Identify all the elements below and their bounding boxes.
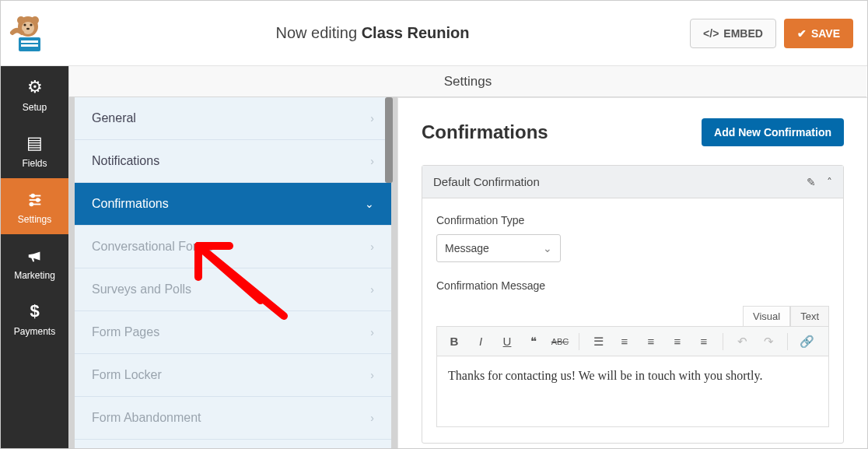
editor-toolbar: B I U ❝ ABC ☰ ≡ ≡ ≡ ≡ ↶ bbox=[437, 327, 828, 356]
settings-item-label: Surveys and Polls bbox=[92, 282, 191, 296]
nav-setup[interactable]: ⚙ Setup bbox=[1, 66, 68, 122]
settings-item-label: General bbox=[92, 111, 136, 125]
settings-item-form-abandonment[interactable]: Form Abandonment › bbox=[75, 397, 391, 440]
embed-label: EMBED bbox=[723, 27, 763, 40]
editing-prefix: Now editing bbox=[276, 24, 358, 41]
logo bbox=[1, 12, 55, 54]
separator bbox=[787, 333, 788, 350]
scrollbar-thumb[interactable] bbox=[385, 97, 393, 183]
nav-label: Settings bbox=[18, 214, 51, 225]
underline-icon[interactable]: U bbox=[498, 335, 516, 348]
nav-label: Payments bbox=[14, 326, 55, 337]
settings-item-label: Form Abandonment bbox=[92, 411, 201, 425]
page-heading: Confirmations bbox=[422, 121, 548, 143]
svg-point-2 bbox=[31, 16, 39, 24]
bullhorn-icon bbox=[1, 245, 68, 265]
chevron-down-icon: ⌄ bbox=[543, 242, 552, 254]
svg-rect-8 bbox=[21, 40, 38, 43]
nav-fields[interactable]: ▤ Fields bbox=[1, 122, 68, 178]
add-confirmation-button[interactable]: Add New Confirmation bbox=[702, 118, 844, 146]
rich-text-editor: B I U ❝ ABC ☰ ≡ ≡ ≡ ≡ ↶ bbox=[436, 326, 829, 427]
editing-title: Now editing Class Reunion bbox=[55, 24, 690, 42]
settings-title: Settings bbox=[68, 66, 866, 97]
bold-icon[interactable]: B bbox=[445, 335, 464, 348]
align-left-icon[interactable]: ≡ bbox=[642, 335, 660, 348]
dollar-icon: $ bbox=[1, 301, 68, 321]
settings-item-label: Form Locker bbox=[92, 368, 162, 382]
settings-list: General › Notifications › Confirmations … bbox=[68, 97, 397, 448]
link-icon[interactable]: 🔗 bbox=[797, 335, 816, 349]
form-name: Class Reunion bbox=[362, 24, 470, 41]
settings-item-confirmations[interactable]: Confirmations ⌄ bbox=[75, 183, 391, 226]
content-area: Confirmations Add New Confirmation Defau… bbox=[397, 97, 867, 448]
settings-item-label: Conversational Forms bbox=[92, 240, 214, 254]
top-header: Now editing Class Reunion </> EMBED ✔ SA… bbox=[1, 1, 867, 66]
settings-item-conversational-forms[interactable]: Conversational Forms › bbox=[75, 226, 391, 268]
list-icon: ▤ bbox=[1, 133, 68, 153]
settings-item-general[interactable]: General › bbox=[75, 97, 391, 140]
italic-icon[interactable]: I bbox=[471, 335, 490, 348]
save-label: SAVE bbox=[811, 27, 840, 40]
chevron-right-icon: › bbox=[370, 112, 374, 125]
check-icon: ✔ bbox=[797, 27, 807, 40]
side-nav: ⚙ Setup ▤ Fields Settings Marketing bbox=[1, 66, 68, 448]
separator bbox=[723, 333, 723, 350]
nav-settings[interactable]: Settings bbox=[1, 178, 68, 234]
svg-point-15 bbox=[30, 203, 33, 206]
panel-header[interactable]: Default Confirmation ✎ ˄ bbox=[422, 166, 843, 198]
chevron-right-icon: › bbox=[370, 326, 374, 339]
undo-icon[interactable]: ↶ bbox=[733, 335, 751, 349]
confirmation-message-label: Confirmation Message bbox=[436, 279, 829, 292]
confirmation-type-label: Confirmation Type bbox=[436, 214, 829, 226]
bullet-list-icon[interactable]: ☰ bbox=[589, 335, 607, 349]
nav-payments[interactable]: $ Payments bbox=[1, 290, 68, 346]
chevron-right-icon: › bbox=[370, 155, 374, 167]
svg-point-5 bbox=[30, 23, 32, 26]
nav-label: Fields bbox=[22, 158, 47, 169]
settings-item-form-pages[interactable]: Form Pages › bbox=[75, 311, 391, 354]
quote-icon[interactable]: ❝ bbox=[524, 335, 543, 349]
save-button[interactable]: ✔ SAVE bbox=[784, 19, 853, 48]
editor-tabs: Visual Text bbox=[436, 306, 829, 326]
editor-body[interactable]: Thanks for contacting us! We will be in … bbox=[437, 356, 828, 426]
confirmation-type-select[interactable]: Message ⌄ bbox=[436, 234, 561, 262]
chevron-right-icon: › bbox=[370, 412, 374, 424]
code-icon: </> bbox=[703, 27, 719, 40]
chevron-right-icon: › bbox=[370, 283, 374, 296]
panel-title: Default Confirmation bbox=[433, 175, 540, 188]
gear-icon: ⚙ bbox=[1, 77, 68, 97]
align-center-icon[interactable]: ≡ bbox=[668, 335, 687, 348]
settings-item-label: Confirmations bbox=[92, 197, 169, 211]
settings-item-label: Form Pages bbox=[92, 325, 159, 339]
settings-pane: Settings General › Notifications › Confi… bbox=[68, 66, 397, 448]
confirmation-panel: Default Confirmation ✎ ˄ Confirmation Ty… bbox=[422, 165, 844, 444]
settings-item-notifications[interactable]: Notifications › bbox=[75, 140, 391, 183]
settings-item-form-locker[interactable]: Form Locker › bbox=[75, 354, 391, 397]
nav-marketing[interactable]: Marketing bbox=[1, 234, 68, 290]
settings-item-surveys-polls[interactable]: Surveys and Polls › bbox=[75, 268, 391, 311]
svg-point-13 bbox=[36, 198, 39, 202]
chevron-down-icon: ⌄ bbox=[365, 198, 374, 210]
embed-button[interactable]: </> EMBED bbox=[690, 19, 776, 48]
redo-icon[interactable]: ↷ bbox=[759, 335, 778, 349]
chevron-right-icon: › bbox=[370, 240, 374, 253]
svg-point-11 bbox=[31, 195, 34, 198]
nav-label: Setup bbox=[23, 102, 47, 113]
select-value: Message bbox=[445, 242, 489, 254]
tab-visual[interactable]: Visual bbox=[743, 306, 790, 326]
settings-item-label: Notifications bbox=[92, 154, 159, 168]
align-right-icon[interactable]: ≡ bbox=[695, 335, 713, 348]
sliders-icon bbox=[1, 189, 68, 209]
chevron-up-icon[interactable]: ˄ bbox=[827, 176, 832, 188]
svg-point-1 bbox=[17, 16, 25, 24]
separator bbox=[579, 333, 579, 350]
pencil-icon[interactable]: ✎ bbox=[807, 176, 816, 188]
nav-label: Marketing bbox=[14, 270, 55, 281]
tab-text[interactable]: Text bbox=[790, 306, 829, 326]
number-list-icon[interactable]: ≡ bbox=[615, 335, 634, 348]
svg-point-4 bbox=[23, 23, 26, 26]
svg-point-6 bbox=[26, 27, 30, 30]
svg-rect-9 bbox=[21, 44, 38, 47]
strike-icon[interactable]: ABC bbox=[551, 337, 569, 346]
bear-mascot-icon bbox=[7, 12, 49, 54]
